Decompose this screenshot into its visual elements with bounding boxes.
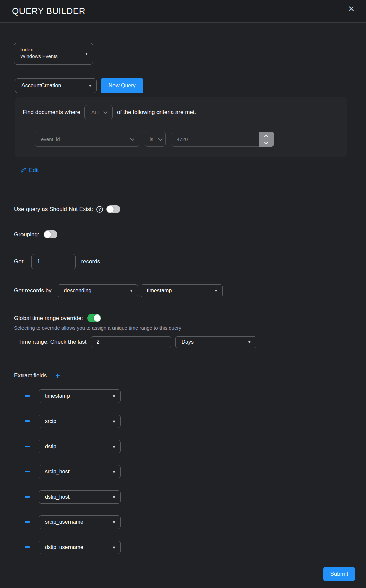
match-type-select[interactable]: ALL <box>84 105 113 119</box>
caret-down-icon: ▼ <box>214 289 218 293</box>
remove-field-icon[interactable] <box>25 471 30 472</box>
extract-field-value: dstip_username <box>45 544 83 550</box>
extract-field-row: srcip_username ▼ <box>14 515 366 529</box>
criteria-value-input[interactable]: 4720 <box>171 132 274 147</box>
page-title: QUERY BUILDER <box>12 6 85 16</box>
query-bar: AccountCreation ▼ New Query <box>14 78 366 93</box>
time-override-toggle[interactable] <box>87 314 101 322</box>
extract-field-select[interactable]: dstip ▼ <box>39 440 121 453</box>
extract-field-select[interactable]: srcip_host ▼ <box>39 465 121 478</box>
submit-button[interactable]: Submit <box>323 567 355 581</box>
extract-field-select[interactable]: dstip_host ▼ <box>39 490 121 504</box>
extract-field-select[interactable]: dstip_username ▼ <box>39 541 121 554</box>
query-builder-modal: QUERY BUILDER ✕ Index Windows Events ▼ A… <box>0 0 366 581</box>
extract-field-value: srcip <box>45 418 56 424</box>
extract-fields-title: Extract fields <box>14 372 47 379</box>
should-not-exist-toggle[interactable] <box>106 205 120 213</box>
help-icon[interactable]: ? <box>96 206 103 213</box>
caret-down-icon: ▼ <box>112 445 116 449</box>
edit-label: Edit <box>29 167 39 174</box>
caret-down-icon: ▼ <box>112 394 116 398</box>
spinner-up-icon[interactable] <box>265 134 268 138</box>
time-range-row: Time range: Check the last Days ▼ <box>14 336 366 348</box>
chevron-down-icon <box>103 109 108 114</box>
get-records-row: Get records <box>14 254 366 269</box>
extract-field-value: timestamp <box>45 393 70 399</box>
number-spinner <box>259 132 274 147</box>
new-query-button[interactable]: New Query <box>101 78 143 93</box>
caret-down-icon: ▼ <box>112 419 116 423</box>
time-unit-select[interactable]: Days ▼ <box>175 336 256 348</box>
should-not-exist-row: Use query as Should Not Exist: ? <box>14 205 366 213</box>
extract-field-row: timestamp ▼ <box>14 389 366 403</box>
spinner-down-icon[interactable] <box>265 141 268 144</box>
criteria-value: 4720 <box>177 136 188 142</box>
time-override-label: Global time range override: <box>14 315 83 322</box>
toggle-knob <box>94 314 101 322</box>
modal-body: Index Windows Events ▼ AccountCreation ▼… <box>0 43 366 581</box>
grouping-toggle[interactable] <box>44 230 57 238</box>
criteria-operator-select[interactable]: is <box>145 132 166 147</box>
add-field-icon[interactable]: + <box>55 372 60 379</box>
index-select[interactable]: Index Windows Events ▼ <box>14 43 93 65</box>
extract-fields-header: Extract fields + <box>14 372 366 380</box>
modal-header: QUERY BUILDER ✕ <box>0 0 366 23</box>
records-label: records <box>81 258 100 265</box>
extract-field-row: srcip_host ▼ <box>14 465 366 478</box>
pencil-icon <box>20 167 26 173</box>
extract-field-select[interactable]: srcip_username ▼ <box>39 515 121 529</box>
grouping-row: Grouping: <box>14 230 366 239</box>
get-records-by-label: Get records by <box>14 287 52 294</box>
time-override-row: Global time range override: <box>14 314 366 322</box>
close-icon[interactable]: ✕ <box>347 4 356 14</box>
record-count-input[interactable] <box>31 254 76 269</box>
criteria-operator-value: is <box>150 136 153 142</box>
remove-field-icon[interactable] <box>25 395 30 397</box>
extract-field-select[interactable]: timestamp ▼ <box>39 389 121 403</box>
index-select-label: Index <box>20 47 79 52</box>
extract-field-value: srcip_username <box>45 519 83 525</box>
should-not-exist-label: Use query as Should Not Exist: <box>14 206 93 213</box>
remove-field-icon[interactable] <box>25 521 30 523</box>
remove-field-icon[interactable] <box>25 546 30 548</box>
time-unit-value: Days <box>182 339 194 345</box>
saved-query-select[interactable]: AccountCreation ▼ <box>15 78 97 93</box>
caret-down-icon: ▼ <box>112 520 116 524</box>
caret-down-icon: ▼ <box>112 495 116 499</box>
extract-field-value: srcip_host <box>45 469 70 475</box>
sort-field-value: timestamp <box>147 288 172 294</box>
grouping-label: Grouping: <box>14 231 39 238</box>
time-range-value-input[interactable] <box>91 336 171 348</box>
extract-field-row: dstip_username ▼ <box>14 541 366 554</box>
caret-down-icon: ▼ <box>88 84 92 88</box>
get-records-by-row: Get records by descending ▼ timestamp ▼ <box>14 284 366 297</box>
toggle-knob <box>44 231 51 238</box>
extract-field-select[interactable]: srcip ▼ <box>39 415 121 428</box>
match-type-value: ALL <box>91 109 100 115</box>
criteria-field-value: event_id <box>41 136 60 142</box>
remove-field-icon[interactable] <box>25 496 30 498</box>
index-select-value: Windows Events <box>20 53 79 59</box>
toggle-knob <box>107 206 114 213</box>
caret-down-icon: ▼ <box>248 340 251 344</box>
edit-query-link[interactable]: Edit <box>20 166 39 174</box>
remove-field-icon[interactable] <box>25 446 30 447</box>
caret-down-icon: ▼ <box>85 52 88 56</box>
sort-field-select[interactable]: timestamp ▼ <box>141 284 223 297</box>
caret-down-icon: ▼ <box>112 545 116 549</box>
criteria-sentence-suffix: of the following criteria are met. <box>117 109 196 116</box>
criteria-field-select[interactable]: event_id <box>35 132 139 147</box>
section-divider <box>13 184 347 184</box>
sort-order-select[interactable]: descending ▼ <box>58 284 138 297</box>
chevron-down-icon <box>158 136 163 141</box>
extract-field-row: srcip ▼ <box>14 415 366 428</box>
get-label: Get <box>14 258 23 265</box>
criteria-sentence-prefix: Find documents where <box>22 109 80 116</box>
caret-down-icon: ▼ <box>112 470 116 474</box>
extract-field-value: dstip <box>45 444 56 450</box>
remove-field-icon[interactable] <box>25 420 30 422</box>
extract-field-row: dstip ▼ <box>14 440 366 453</box>
chevron-down-icon <box>130 136 134 141</box>
modal-footer: Submit <box>14 567 366 581</box>
time-override-hint: Selecting to override allows you to assi… <box>14 325 366 331</box>
